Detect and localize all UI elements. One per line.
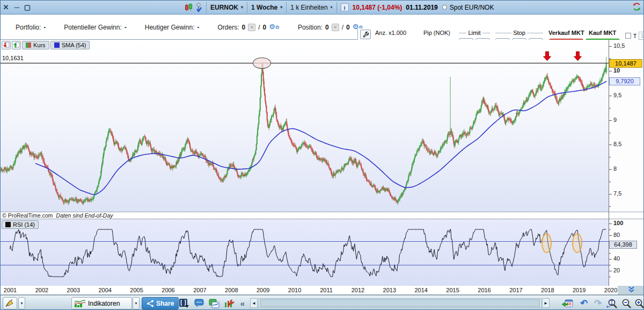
divider <box>336 2 337 13</box>
collapse-toolbar-button[interactable]: « <box>238 297 247 309</box>
title-bar: ✕ ─ ▢ EURNOK▾ 1 Woche▾ <box>1 1 644 15</box>
rsi-tick-label: 80 <box>613 232 620 238</box>
zoom-in-icon <box>634 298 644 309</box>
kurs-legend-chip[interactable]: Kurs <box>22 41 49 49</box>
last-price: 10,1487 (-1,04%) <box>353 4 402 11</box>
price-chart[interactable]: Kurs SMA (54) 10,1631 <box>1 40 609 212</box>
year-label: 2018 <box>541 287 554 293</box>
chart-wrench-icon <box>224 299 235 308</box>
scrollbar-track[interactable] <box>258 298 541 308</box>
price-tick-label: 10,5 <box>613 42 625 49</box>
indicators-icon <box>74 299 86 308</box>
minimize-button[interactable]: ─ <box>11 3 22 11</box>
spot-label: Spot EUR/NOK <box>450 4 494 11</box>
cancel-orders-button[interactable]: ✕ <box>248 24 255 31</box>
pin-icon[interactable] <box>195 3 202 12</box>
year-label: 2004 <box>98 287 111 293</box>
price-axis[interactable]: 10,5109,598,587,510,14879,7920 <box>609 40 644 212</box>
windows-icon <box>209 299 219 308</box>
divider <box>206 2 207 13</box>
axis-corner <box>618 286 644 294</box>
rsi-axis[interactable]: 10080402064,398 <box>609 219 644 286</box>
quick-buy-order-button[interactable] <box>12 41 21 49</box>
price-tick-label: 9,5 <box>613 92 621 98</box>
price-tick-label: 8,5 <box>613 141 621 147</box>
detach-frame-button[interactable] <box>178 297 191 309</box>
zoom-out-button[interactable] <box>620 297 633 309</box>
trailing-checkbox[interactable] <box>625 33 631 39</box>
quick-sell-order-button[interactable] <box>2 41 11 49</box>
scroll-left-button[interactable]: ◄ <box>250 298 258 308</box>
trading-platform-window: ✕ ─ ▢ EURNOK▾ 1 Woche▾ <box>0 0 644 310</box>
sma-value-badge: 9,7920 <box>609 77 640 85</box>
share-icon <box>147 300 154 307</box>
rsi-value-badge: 64,398 <box>609 241 637 249</box>
year-label: 2016 <box>478 287 491 293</box>
year-label: 2011 <box>320 287 333 293</box>
expand-panel-button[interactable] <box>628 286 635 294</box>
draw-tool-dropdown[interactable]: ▾ <box>18 297 25 309</box>
instrument-selector[interactable]: EURNOK▾ <box>210 4 243 11</box>
level-price-label: 10,1631 <box>2 55 24 61</box>
zoom-range-icon <box>606 298 618 309</box>
date-range-button[interactable] <box>561 297 574 309</box>
year-label: 2010 <box>288 287 301 293</box>
price-tick-label: 8 <box>613 165 617 172</box>
down-arrow-annotation[interactable] <box>574 51 582 63</box>
timeframe-selector[interactable]: 1 Woche▾ <box>251 4 282 11</box>
rsi-panel[interactable]: RSI (14) <box>1 219 609 286</box>
down-arrow-annotation[interactable] <box>543 51 551 63</box>
close-button[interactable]: ✕ <box>1 3 11 11</box>
year-label: 2015 <box>446 287 459 293</box>
chat-button[interactable] <box>193 297 206 309</box>
chart-windows-button[interactable] <box>208 297 221 309</box>
pencil-icon <box>5 299 14 308</box>
redo-button[interactable]: ↷ <box>592 297 604 309</box>
year-label: 2001 <box>4 287 17 293</box>
zoom-in-button[interactable] <box>633 297 644 309</box>
candlestick-icon[interactable] <box>184 3 193 12</box>
rsi-tick-label: 40 <box>613 255 620 262</box>
year-label: 2020 <box>604 287 617 293</box>
year-label: 2007 <box>193 287 206 293</box>
share-button[interactable]: Share <box>142 297 179 309</box>
maximize-button[interactable]: ▢ <box>22 3 33 11</box>
year-label: 2014 <box>414 287 427 293</box>
peak-circle-annotation[interactable] <box>253 57 271 69</box>
undo-button[interactable]: ↶ <box>578 297 590 309</box>
year-label: 2002 <box>35 287 48 293</box>
order-settings-button[interactable] <box>360 30 371 39</box>
sma-swatch-icon <box>54 42 60 48</box>
divider <box>286 2 287 13</box>
info-icon[interactable]: i <box>341 3 349 11</box>
sma-legend-chip[interactable]: SMA (54) <box>50 41 90 49</box>
scrollbar-thumb[interactable] <box>260 299 540 307</box>
scroll-right-button[interactable]: ► <box>542 298 550 308</box>
portfolio-summary: Portfolio: - <box>16 24 46 31</box>
trailing-label: T <box>633 33 637 39</box>
orders-settings-icon[interactable]: ⚙⚙ <box>269 23 280 31</box>
refresh-button[interactable] <box>632 2 641 13</box>
trailing-pips-input[interactable] <box>639 32 644 40</box>
time-axis[interactable]: 2001200220032004200520062007200820092010… <box>1 286 644 295</box>
year-label: 2013 <box>383 287 396 293</box>
copyright-strip: © ProRealTime.com Daten sind End-of-Day <box>1 212 644 219</box>
level-line[interactable] <box>1 63 609 63</box>
rsi-highlight-oval[interactable] <box>541 233 552 253</box>
indicators-dropdown[interactable]: ▾ <box>133 297 140 309</box>
units-selector[interactable]: 1 k Einheiten▾ <box>290 4 332 11</box>
chart-settings-button[interactable] <box>223 297 236 309</box>
year-label: 2019 <box>573 287 586 293</box>
zoom-range-button[interactable] <box>605 297 619 309</box>
rsi-legend-chip[interactable]: RSI (14) <box>2 220 39 229</box>
stop-section-label: Stop <box>513 30 525 36</box>
spot-radio-icon[interactable] <box>442 5 447 10</box>
orders-summary: Orders: 0 ✕ / 0 ⚙⚙ <box>217 23 279 31</box>
sell-mkt-label: Verkauf MKT <box>548 30 584 36</box>
pip-label: Pip (NOK) <box>423 30 450 36</box>
close-position-button[interactable]: ✕ <box>332 24 339 31</box>
rsi-swatch-icon <box>5 222 11 227</box>
draw-tool-button[interactable] <box>3 297 17 309</box>
price-tick-label: 9 <box>613 117 617 123</box>
indicators-button[interactable]: Indikatoren <box>71 297 132 309</box>
